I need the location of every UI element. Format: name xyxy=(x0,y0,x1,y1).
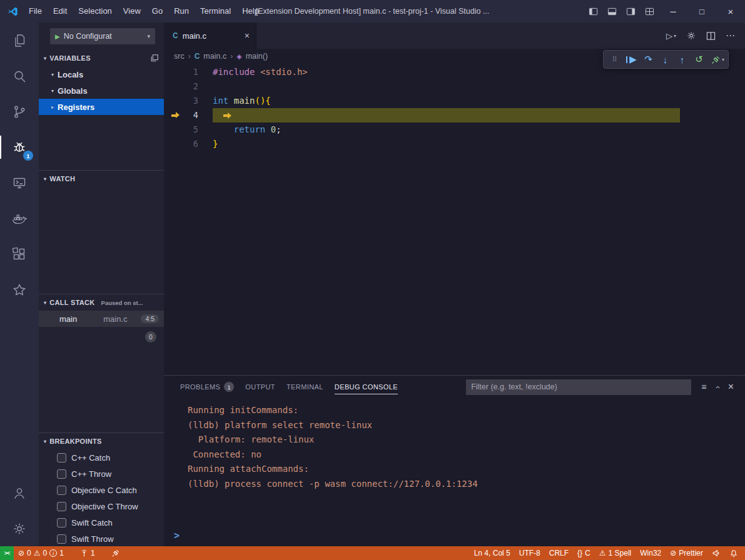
breakpoint-item[interactable]: Objective C Catch xyxy=(39,482,164,498)
extensions-icon[interactable] xyxy=(0,236,39,272)
close-panel-icon[interactable]: × xyxy=(728,381,734,392)
variables-scope-registers[interactable]: ▸Registers xyxy=(39,99,164,115)
breakpoint-item[interactable]: Swift Catch xyxy=(39,514,164,531)
more-actions-icon[interactable]: ⋯ xyxy=(726,30,735,41)
console-prompt-icon[interactable]: > xyxy=(174,530,180,541)
debug-session-status[interactable] xyxy=(107,546,124,560)
panel-tab-output[interactable]: OUTPUT xyxy=(245,376,275,398)
callstack-header[interactable]: ▾ CALL STACK Paused on st... xyxy=(39,294,164,311)
breadcrumb-symbol[interactable]: main() xyxy=(246,52,268,61)
checkbox-unchecked[interactable] xyxy=(57,534,66,544)
run-and-debug-icon[interactable]: 1 xyxy=(0,129,39,165)
spell-status[interactable]: ⚠1 Spell xyxy=(595,546,636,560)
panel-tab-debug-console[interactable]: DEBUG CONSOLE xyxy=(335,376,398,398)
maximize-panel-icon[interactable]: › xyxy=(712,386,722,388)
menu-go[interactable]: Go xyxy=(146,0,168,22)
split-editor-icon[interactable] xyxy=(706,31,716,41)
debug-toolbar: ⠿ ▶ ↷ ↓ ↑ ↺ ▾ xyxy=(603,50,729,69)
docker-icon[interactable] xyxy=(0,201,39,236)
checkbox-unchecked[interactable] xyxy=(57,502,66,511)
code-line-6[interactable]: 6} xyxy=(164,137,745,151)
encoding[interactable]: UTF-8 xyxy=(515,546,545,560)
cursor-position[interactable]: Ln 4, Col 5 xyxy=(470,546,515,560)
debug-console-filter-input[interactable] xyxy=(466,379,691,395)
language-mode[interactable]: {}C xyxy=(573,546,595,560)
platform[interactable]: Win32 xyxy=(636,546,666,560)
code-area[interactable]: 1#include <stdio.h>23int main(){4 printf… xyxy=(164,64,745,375)
menu-terminal[interactable]: Terminal xyxy=(195,0,236,22)
menu-selection[interactable]: Selection xyxy=(73,0,117,22)
restart-icon[interactable]: ↺ xyxy=(691,51,707,68)
toggle-panel-icon[interactable] xyxy=(602,0,621,22)
settings-gear-icon[interactable] xyxy=(0,511,39,546)
breadcrumb-folder[interactable]: src xyxy=(174,52,185,61)
menu-edit[interactable]: Edit xyxy=(48,0,73,22)
notifications-bell-icon[interactable] xyxy=(725,546,742,560)
remote-explorer-icon[interactable] xyxy=(0,165,39,201)
source-control-icon[interactable] xyxy=(0,94,39,129)
panel-tab-terminal[interactable]: TERMINAL xyxy=(286,376,323,398)
editor-settings-gear-icon[interactable] xyxy=(686,31,696,41)
menu-run[interactable]: Run xyxy=(168,0,195,22)
menu-view[interactable]: View xyxy=(118,0,146,22)
toolbar-drag-grip[interactable]: ⠿ xyxy=(606,51,623,68)
panel-tab-problems[interactable]: PROBLEMS1 xyxy=(180,376,234,398)
start-debugging-icon[interactable]: ▶ xyxy=(55,33,60,40)
menu-file[interactable]: File xyxy=(23,0,48,22)
chevron-down-icon: ▾ xyxy=(44,439,46,444)
breakpoint-item[interactable]: C++ Catch xyxy=(39,449,164,466)
eol[interactable]: CRLF xyxy=(545,546,573,560)
account-icon[interactable] xyxy=(0,475,39,511)
checkbox-unchecked[interactable] xyxy=(57,453,66,462)
run-file-button[interactable]: ▷▾ xyxy=(666,31,676,41)
breakpoint-item[interactable]: Objective C Throw xyxy=(39,498,164,514)
star-icon[interactable] xyxy=(0,272,39,308)
console-line: Running initCommands: xyxy=(188,403,745,418)
watch-header[interactable]: ▾ WATCH xyxy=(39,171,164,187)
close-button[interactable]: × xyxy=(716,0,745,22)
variables-header[interactable]: ▾ VARIABLES xyxy=(39,50,164,66)
variables-scope-globals[interactable]: ▾Globals xyxy=(39,82,164,99)
customize-layout-icon[interactable] xyxy=(640,0,659,22)
toggle-secondary-sidebar-icon[interactable] xyxy=(621,0,640,22)
search-icon[interactable] xyxy=(0,58,39,94)
explorer-icon[interactable] xyxy=(0,22,39,58)
breakpoint-item[interactable]: Swift Throw xyxy=(39,531,164,546)
callstack-frame[interactable]: mainmain.c4:5 xyxy=(39,311,164,327)
chevron-down-icon[interactable]: ▾ xyxy=(722,57,724,62)
maximize-button[interactable]: □ xyxy=(687,0,716,22)
debug-config-dropdown[interactable]: ▶ No Configurat ▾ xyxy=(50,28,155,44)
collapse-all-icon[interactable] xyxy=(150,54,159,62)
step-out-icon[interactable]: ↑ xyxy=(674,51,691,68)
remote-indicator[interactable]: >< xyxy=(0,546,14,560)
step-over-icon[interactable]: ↷ xyxy=(640,51,657,68)
filter-options-icon[interactable]: ≡ xyxy=(701,382,706,392)
breakpoint-item[interactable]: C++ Throw xyxy=(39,466,164,482)
step-into-icon[interactable]: ↓ xyxy=(657,51,674,68)
code-line-2[interactable]: 2 xyxy=(164,79,745,94)
radio-tower-icon xyxy=(80,549,88,558)
problems-status[interactable]: ⊘ 0 ⚠ 0 i 1 xyxy=(14,546,68,560)
code-line-3[interactable]: 3int main(){ xyxy=(164,94,745,108)
prettier[interactable]: ⊘Prettier xyxy=(666,546,707,560)
variables-scope-locals[interactable]: ▾Locals xyxy=(39,66,164,82)
callstack-title: CALL STACK xyxy=(49,299,94,306)
minimize-button[interactable]: ─ xyxy=(659,0,687,22)
statusbar-right: Ln 4, Col 5UTF-8CRLF{}C⚠1 SpellWin32⊘Pre… xyxy=(470,546,745,560)
code-line-4[interactable]: 4 printf("hello wamr-ide\n"); xyxy=(164,108,745,122)
tab-main-c[interactable]: C main.c × xyxy=(164,22,256,49)
announcement-icon[interactable] xyxy=(707,546,725,560)
checkbox-unchecked[interactable] xyxy=(57,486,66,495)
breakpoints-header[interactable]: ▾ BREAKPOINTS xyxy=(39,433,164,449)
breadcrumb-file[interactable]: main.c xyxy=(203,52,226,61)
debug-console-output[interactable]: Running initCommands:(lldb) platform sel… xyxy=(164,398,745,528)
toggle-sidebar-icon[interactable] xyxy=(584,0,602,22)
checkbox-unchecked[interactable] xyxy=(57,469,66,479)
ports-status[interactable]: 1 xyxy=(76,546,99,560)
checkbox-unchecked[interactable] xyxy=(57,518,66,528)
tab-label: main.c xyxy=(183,31,206,41)
continue-icon[interactable]: ▶ xyxy=(623,51,640,68)
inline-breakpoint-icon[interactable] xyxy=(223,112,234,119)
close-tab-icon[interactable]: × xyxy=(245,31,250,41)
code-line-5[interactable]: 5 return 0; xyxy=(164,122,745,137)
